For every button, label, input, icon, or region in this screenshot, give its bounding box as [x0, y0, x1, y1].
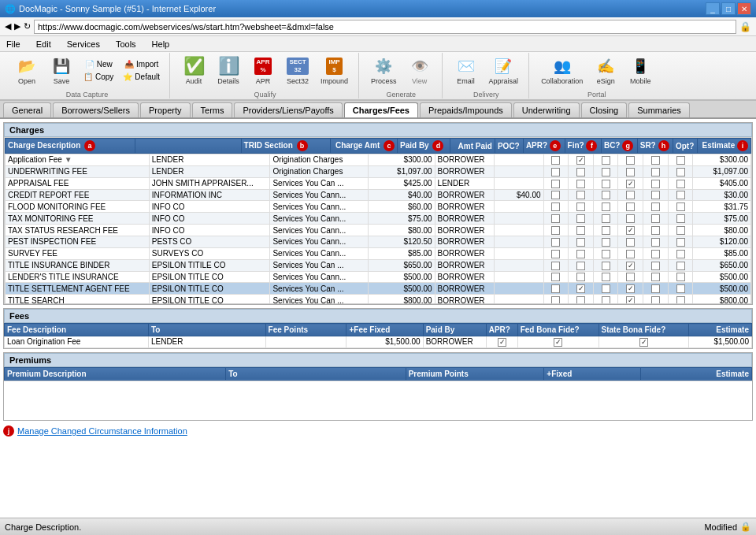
checkbox[interactable] — [651, 262, 660, 270]
collaboration-button[interactable]: 👥 Collaboration — [537, 53, 587, 87]
checkbox[interactable] — [602, 273, 610, 281]
checkbox[interactable] — [576, 238, 585, 247]
checkbox[interactable] — [676, 296, 685, 303]
checkbox[interactable] — [551, 156, 560, 165]
import-button[interactable]: 📥 Import — [121, 58, 161, 70]
checkbox[interactable] — [602, 191, 610, 199]
checkbox[interactable] — [602, 262, 610, 270]
charges-row[interactable]: CREDIT REPORT FEE INFORMATION INC Servic… — [6, 189, 751, 201]
impound-button[interactable]: IMP$ Impound — [317, 53, 352, 87]
checkbox[interactable] — [576, 180, 585, 188]
audit-button[interactable]: ✅ Audit — [178, 53, 209, 87]
menu-tools[interactable]: Tools — [113, 38, 139, 50]
sect32-button[interactable]: SECT32 Sect32 — [282, 53, 313, 87]
checkbox[interactable] — [602, 296, 610, 303]
new-button[interactable]: 📄 New — [82, 58, 116, 70]
charges-row[interactable]: TITLE SETTLEMENT AGENT FEE EPSILON TITLE… — [6, 283, 751, 295]
process-button[interactable]: ⚙️ Process — [367, 53, 401, 87]
charges-row[interactable]: TITLE SEARCH EPSILON TITLE CO Services Y… — [6, 295, 751, 303]
checkbox[interactable] — [602, 168, 610, 176]
save-button[interactable]: 💾 Save — [46, 53, 77, 87]
checkbox[interactable] — [551, 226, 560, 235]
checkbox[interactable] — [551, 273, 560, 281]
charges-row[interactable]: UNDERWRITING FEE LENDER Origination Char… — [6, 165, 751, 177]
tab-general[interactable]: General — [3, 102, 51, 117]
checkbox[interactable] — [551, 202, 560, 211]
checkbox[interactable] — [626, 226, 635, 235]
checkbox[interactable] — [651, 250, 660, 258]
checkbox[interactable] — [576, 284, 585, 293]
checkbox[interactable] — [626, 168, 635, 176]
tab-property[interactable]: Property — [140, 102, 191, 117]
appraisal-button[interactable]: 📝 Appraisal — [485, 53, 523, 87]
checkbox[interactable] — [626, 284, 635, 293]
checkbox[interactable] — [651, 156, 660, 165]
menu-file[interactable]: File — [3, 38, 24, 50]
tab-providers[interactable]: Providers/Liens/Payoffs — [234, 102, 342, 117]
checkbox[interactable] — [551, 238, 560, 247]
charges-row[interactable]: LENDER'S TITLE INSURANCE EPSILON TITLE C… — [6, 271, 751, 283]
checkbox[interactable] — [626, 191, 635, 199]
checkbox[interactable] — [576, 296, 585, 303]
menu-help[interactable]: Help — [149, 38, 173, 50]
checkbox[interactable] — [676, 262, 685, 270]
esign-button[interactable]: ✍️ eSign — [590, 53, 621, 87]
checkbox[interactable] — [576, 262, 585, 270]
checkbox[interactable] — [676, 238, 685, 247]
copy-button[interactable]: 📋 Copy — [80, 71, 117, 83]
checkbox[interactable] — [676, 156, 685, 165]
charges-row[interactable]: APPRAISAL FEE JOHN SMITH APPRAISER... Se… — [6, 177, 751, 189]
checkbox[interactable] — [498, 338, 506, 347]
checkbox[interactable] — [626, 214, 635, 223]
checkbox[interactable] — [651, 296, 660, 303]
checkbox[interactable] — [639, 338, 648, 347]
checkbox[interactable] — [576, 273, 585, 281]
charges-row[interactable]: TITLE INSURANCE BINDER EPSILON TITILE CO… — [6, 259, 751, 271]
tab-closing[interactable]: Closing — [581, 102, 628, 117]
checkbox[interactable] — [602, 156, 610, 165]
checkbox[interactable] — [576, 168, 585, 176]
tab-charges-fees[interactable]: Charges/Fees — [344, 102, 418, 117]
checkbox[interactable] — [676, 250, 685, 258]
checkbox[interactable] — [602, 238, 610, 247]
checkbox[interactable] — [576, 214, 585, 223]
menu-edit[interactable]: Edit — [33, 38, 54, 50]
checkbox[interactable] — [626, 156, 635, 165]
checkbox[interactable] — [626, 180, 635, 188]
checkbox[interactable] — [551, 180, 560, 188]
checkbox[interactable] — [626, 202, 635, 211]
checkbox[interactable] — [551, 168, 560, 176]
checkbox[interactable] — [676, 284, 685, 293]
charges-row[interactable]: TAX STATUS RESEARCH FEE INFO CO Services… — [6, 225, 751, 236]
view-button[interactable]: 👁️ View — [404, 53, 435, 87]
checkbox[interactable] — [554, 338, 562, 347]
manage-changed-circumstance-link[interactable]: Manage Changed Circumstance Information — [17, 426, 187, 436]
checkbox[interactable] — [551, 262, 560, 270]
menu-services[interactable]: Services — [64, 38, 103, 50]
checkbox[interactable] — [551, 191, 560, 199]
checkbox[interactable] — [626, 273, 635, 281]
checkbox[interactable] — [676, 273, 685, 281]
checkbox[interactable] — [602, 180, 610, 188]
details-button[interactable]: ℹ️ Details — [213, 53, 244, 87]
open-button[interactable]: 📂 Open — [11, 53, 43, 87]
apr-button[interactable]: APR% APR — [247, 53, 279, 87]
tab-underwriting[interactable]: Underwriting — [513, 102, 580, 117]
checkbox[interactable] — [651, 273, 660, 281]
checkbox[interactable] — [626, 250, 635, 258]
checkbox[interactable] — [651, 191, 660, 199]
checkbox[interactable] — [676, 180, 685, 188]
checkbox[interactable] — [626, 238, 635, 247]
email-button[interactable]: ✉️ Email — [450, 53, 482, 87]
checkbox[interactable] — [602, 214, 610, 223]
minimize-button[interactable]: _ — [706, 2, 720, 15]
checkbox[interactable] — [651, 284, 660, 293]
checkbox[interactable] — [626, 296, 635, 303]
checkbox[interactable] — [551, 284, 560, 293]
checkbox[interactable] — [576, 250, 585, 258]
address-input[interactable] — [34, 20, 736, 34]
refresh-icon[interactable]: ↻ — [24, 21, 31, 32]
tab-borrowers[interactable]: Borrowers/Sellers — [53, 102, 139, 117]
checkbox[interactable] — [576, 156, 585, 165]
checkbox[interactable] — [576, 226, 585, 235]
